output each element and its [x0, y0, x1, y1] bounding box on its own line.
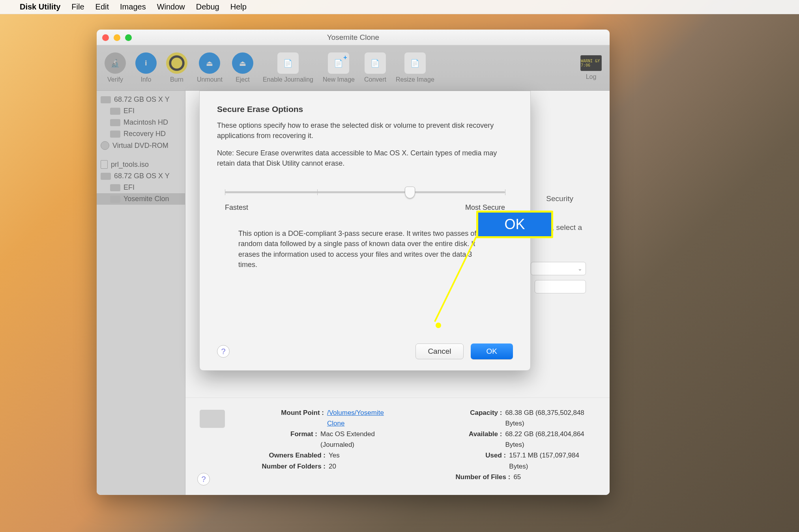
- folders-label: Number of Folders :: [241, 461, 326, 472]
- format-label: Format :: [241, 429, 317, 450]
- capacity-label: Capacity :: [425, 407, 502, 429]
- mount-point-link[interactable]: /Volumes/Yosemite Clone: [327, 409, 384, 427]
- menu-file[interactable]: File: [71, 2, 84, 11]
- disk-utility-window: Yosemite Clone 🔬Verify iInfo Burn ⏏Unmou…: [97, 30, 610, 495]
- menu-window[interactable]: Window: [157, 2, 185, 11]
- annotation-dot: [436, 323, 441, 328]
- window-titlebar[interactable]: Yosemite Clone: [97, 30, 610, 45]
- owners-value: Yes: [329, 450, 340, 461]
- files-value: 65: [513, 472, 521, 482]
- annotation-callout: OK: [476, 211, 553, 238]
- minimize-button[interactable]: [114, 34, 120, 41]
- new-image-icon: 📄: [328, 52, 349, 74]
- available-label: Available :: [425, 429, 502, 450]
- convert-icon: 📄: [365, 52, 386, 74]
- drive-icon: [200, 410, 225, 428]
- menu-bar: Disk Utility File Edit Images Window Deb…: [0, 0, 799, 14]
- traffic-lights: [102, 34, 132, 41]
- menu-edit[interactable]: Edit: [95, 2, 109, 11]
- app-menu[interactable]: Disk Utility: [20, 2, 60, 11]
- sheet-title: Secure Erase Options: [217, 105, 513, 114]
- available-value: 68.22 GB (68,218,404,864 Bytes): [505, 429, 595, 450]
- help-button[interactable]: ?: [197, 473, 210, 485]
- info-col-right: Capacity :68.38 GB (68,375,502,848 Bytes…: [425, 407, 595, 482]
- menu-help[interactable]: Help: [230, 2, 247, 11]
- journaling-icon: 📄: [277, 52, 299, 74]
- window-title: Yosemite Clone: [327, 33, 379, 42]
- used-label: Used :: [425, 450, 506, 471]
- info-col-left: Mount Point :/Volumes/Yosemite Clone For…: [241, 407, 402, 482]
- ok-button[interactable]: OK: [471, 343, 513, 359]
- slider-left-label: Fastest: [225, 203, 248, 212]
- resize-icon: 📄: [404, 52, 426, 74]
- format-value: Mac OS Extended (Journaled): [320, 429, 402, 450]
- slider-thumb[interactable]: [405, 187, 415, 198]
- security-label: Security: [546, 194, 573, 203]
- sheet-desc-2: Note: Secure Erase overwrites data acces…: [217, 148, 513, 168]
- used-value: 157.1 MB (157,097,984 Bytes): [509, 450, 595, 471]
- mount-point-label: Mount Point :: [241, 407, 324, 429]
- owners-label: Owners Enabled :: [241, 450, 326, 461]
- volume-info-panel: Mount Point :/Volumes/Yosemite Clone For…: [185, 398, 610, 495]
- zoom-button[interactable]: [125, 34, 132, 41]
- sheet-desc-1: These options specify how to erase the s…: [217, 120, 513, 141]
- cancel-button[interactable]: Cancel: [415, 343, 463, 359]
- capacity-value: 68.38 GB (68,375,502,848 Bytes): [505, 407, 595, 429]
- sheet-help-button[interactable]: ?: [217, 345, 230, 358]
- files-label: Number of Files :: [425, 472, 510, 482]
- menu-images[interactable]: Images: [120, 2, 146, 11]
- erase-slider[interactable]: Fastest Most Secure: [225, 191, 505, 212]
- close-button[interactable]: [102, 34, 109, 41]
- security-options-button[interactable]: [535, 280, 586, 293]
- option-description: This option is a DOE-compliant 3-pass se…: [238, 228, 492, 269]
- format-select[interactable]: [531, 262, 586, 275]
- folders-value: 20: [329, 461, 336, 472]
- menu-debug[interactable]: Debug: [196, 2, 219, 11]
